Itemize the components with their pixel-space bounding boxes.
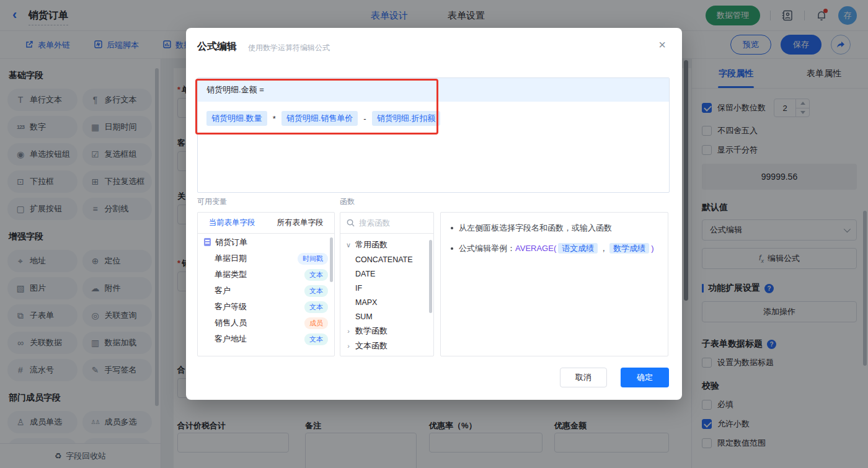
- modal-subtitle: 使用数学运算符编辑公式: [248, 43, 330, 53]
- caret-down-icon: ∨: [345, 241, 352, 249]
- variable-name: 客户地址: [215, 333, 247, 345]
- function-item[interactable]: SUM: [340, 309, 433, 324]
- variable-name: 单据类型: [215, 269, 247, 280]
- tab-all-form-fields[interactable]: 所有表单字段: [266, 213, 334, 233]
- variable-row[interactable]: 客户等级文本: [198, 299, 334, 315]
- formula-field-chip[interactable]: 销货明细.销售单价: [281, 111, 358, 126]
- variable-name: 销售人员: [215, 317, 247, 329]
- variable-type-badge: 文本: [304, 269, 328, 281]
- function-item[interactable]: DATE: [340, 267, 433, 281]
- variable-name: 客户等级: [215, 301, 247, 312]
- function-item[interactable]: IF: [340, 281, 433, 295]
- variables-label: 可用变量: [197, 196, 227, 207]
- function-group-label: 文本函数: [355, 340, 388, 351]
- variable-row[interactable]: 客户地址文本: [198, 331, 334, 347]
- variable-type-badge: 文本: [304, 333, 328, 345]
- function-search[interactable]: [340, 213, 433, 234]
- function-group-label: 数学函数: [355, 325, 388, 337]
- formula-editor-modal: 公式编辑 使用数学运算符编辑公式 × 销货明细.金额 = 销货明细.数量*销货明…: [186, 28, 682, 400]
- functions-label: 函数: [340, 196, 355, 207]
- variable-type-badge: 文本: [304, 285, 328, 297]
- variable-name: 单据日期: [215, 253, 247, 264]
- example-field-chip: 语文成绩: [558, 243, 598, 254]
- variable-row[interactable]: 单据日期时间戳: [198, 250, 334, 267]
- function-item[interactable]: MAPX: [340, 295, 433, 309]
- cancel-button[interactable]: 取消: [560, 368, 607, 387]
- tab-current-form-fields[interactable]: 当前表单字段: [198, 213, 266, 233]
- formula-operator: *: [273, 114, 276, 123]
- confirm-button[interactable]: 确定: [621, 368, 669, 387]
- example-function-name: AVERAGE(: [515, 244, 556, 253]
- variable-row[interactable]: 客户文本: [198, 283, 334, 299]
- caret-right-icon: ›: [345, 327, 352, 335]
- search-icon: [347, 219, 355, 227]
- function-group[interactable]: ›文本函数: [340, 338, 433, 353]
- caret-right-icon: ›: [345, 342, 352, 350]
- variable-row[interactable]: 销售人员成员: [198, 315, 334, 331]
- variable-name: 客户: [215, 285, 231, 296]
- function-group[interactable]: ›数学函数: [340, 324, 433, 338]
- modal-title: 公式编辑: [197, 40, 237, 53]
- variable-type-badge: 时间戳: [298, 253, 328, 265]
- function-search-input[interactable]: [359, 219, 421, 227]
- variable-type-badge: 成员: [304, 317, 328, 329]
- form-doc-icon: [204, 238, 211, 246]
- variables-scrollbar[interactable]: [330, 237, 333, 282]
- formula-operator: -: [363, 114, 366, 123]
- example-field-chip: 数学成绩: [609, 243, 649, 254]
- functions-panel: ∨常用函数CONCATENATEDATEIFMAPXSUM›数学函数›文本函数: [340, 212, 434, 356]
- tip-line-1: 从左侧面板选择字段名和函数，或输入函数: [451, 222, 658, 234]
- formula-target: 销货明细.金额 =: [198, 78, 669, 102]
- variables-panel: 当前表单字段 所有表单字段 销货订单 单据日期时间戳单据类型文本客户文本客户等级…: [197, 212, 335, 356]
- formula-field-chip[interactable]: 销货明细.折扣额: [372, 111, 441, 126]
- close-icon[interactable]: ×: [658, 38, 666, 52]
- app-root: ‹ 销货订单 表单设计 表单设置 数据管理 存: [0, 0, 868, 468]
- formula-editor[interactable]: 销货明细.金额 = 销货明细.数量*销货明细.销售单价-销货明细.折扣额: [197, 77, 670, 193]
- function-group[interactable]: ∨常用函数: [340, 237, 433, 252]
- function-group-label: 常用函数: [355, 239, 388, 250]
- tip-line-2: 公式编辑举例：AVERAGE(语文成绩，数学成绩): [451, 242, 658, 255]
- variable-row[interactable]: 单据类型文本: [198, 267, 334, 283]
- formula-expression[interactable]: 销货明细.数量*销货明细.销售单价-销货明细.折扣额: [198, 102, 669, 135]
- formula-field-chip[interactable]: 销货明细.数量: [206, 111, 267, 126]
- function-item[interactable]: CONCATENATE: [340, 252, 433, 267]
- functions-scrollbar[interactable]: [429, 240, 432, 313]
- variable-type-badge: 文本: [304, 301, 328, 313]
- variables-root-node[interactable]: 销货订单: [198, 234, 334, 250]
- formula-tips-panel: 从左侧面板选择字段名和函数，或输入函数 公式编辑举例：AVERAGE(语文成绩，…: [440, 212, 668, 356]
